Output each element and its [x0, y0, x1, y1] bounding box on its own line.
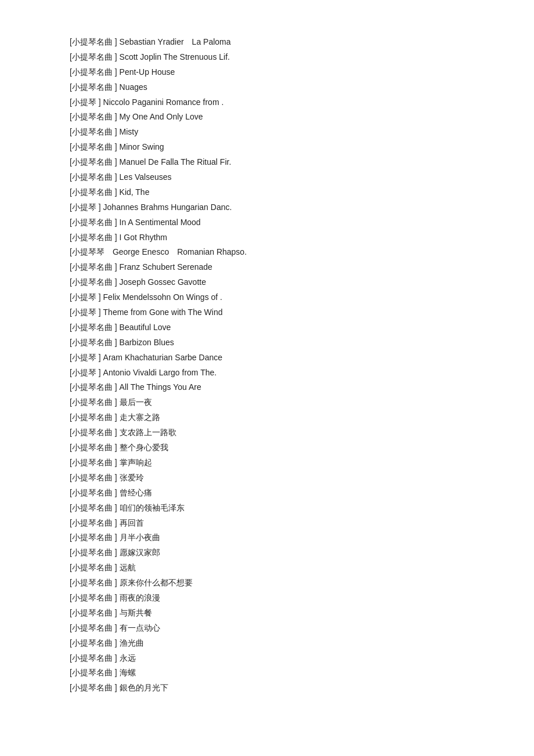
list-item[interactable]: [小提琴 ] Niccolo Paganini Romance from . — [70, 95, 464, 110]
list-item[interactable]: [小提琴名曲 ] Les Valseuses — [70, 170, 464, 185]
list-item[interactable]: [小提琴名曲 ] 远航 — [70, 560, 464, 576]
list-item[interactable]: [小提琴名曲 ] Kid, The — [70, 185, 464, 200]
list-item[interactable]: [小提琴名曲 ] 掌声响起 — [70, 455, 464, 471]
list-item[interactable]: [小提琴名曲 ] 张爱玲 — [70, 471, 464, 486]
list-item[interactable]: [小提琴名曲 ] 永远 — [70, 651, 464, 666]
list-item[interactable]: [小提琴 ] Johannes Brahms Hungarian Danc. — [70, 200, 464, 215]
list-item[interactable]: [小提琴名曲 ] 月半小夜曲 — [70, 530, 464, 545]
list-item[interactable]: [小提琴名曲 ] 愿嫁汉家郎 — [70, 545, 464, 560]
list-item[interactable]: [小提琴名曲 ] Joseph Gossec Gavotte — [70, 275, 464, 290]
list-item[interactable]: [小提琴名曲 ] 海螺 — [70, 665, 464, 681]
list-item[interactable]: [小提琴名曲 ] Scott Joplin The Strenuous Lif. — [70, 50, 464, 65]
list-item[interactable]: [小提琴名曲 ] My One And Only Love — [70, 110, 464, 125]
list-item[interactable]: [小提琴名曲 ] 再回首 — [70, 516, 464, 531]
list-item[interactable]: [小提琴名曲 ] 渔光曲 — [70, 636, 464, 651]
list-item[interactable]: [小提琴名曲 ] All The Things You Are — [70, 380, 464, 395]
list-item[interactable]: [小提琴名曲 ] Minor Swing — [70, 140, 464, 155]
list-item[interactable]: [小提琴名曲 ] 原来你什么都不想要 — [70, 576, 464, 591]
list-item[interactable]: [小提琴 ] Theme from Gone with The Wind — [70, 305, 464, 320]
list-item[interactable]: [小提琴 ] Antonio Vivaldi Largo from The. — [70, 366, 464, 381]
list-item[interactable]: [小提琴名曲 ] 有一点动心 — [70, 621, 464, 636]
list-item[interactable]: [小提琴名曲 ] Franz Schubert Serenade — [70, 260, 464, 275]
list-item[interactable]: [小提琴名曲 ] In A Sentimental Mood — [70, 215, 464, 230]
list-item[interactable]: [小提琴琴 George Enesco Romanian Rhapso. — [70, 245, 464, 260]
list-item[interactable]: [小提琴名曲 ] 与斯共餐 — [70, 606, 464, 621]
list-item[interactable]: [小提琴名曲 ] 走大寨之路 — [70, 410, 464, 425]
list-item[interactable]: [小提琴名曲 ] 支农路上一路歌 — [70, 425, 464, 440]
list-item[interactable]: [小提琴名曲 ] 整个身心爱我 — [70, 440, 464, 455]
main-list: [小提琴名曲 ] Sebastian Yradier La Paloma[小提琴… — [0, 0, 534, 730]
list-item[interactable]: [小提琴名曲 ] Nuages — [70, 80, 464, 95]
list-item[interactable]: [小提琴名曲 ] 雨夜的浪漫 — [70, 591, 464, 606]
list-item[interactable]: [小提琴 ] Felix Mendelssohn On Wings of . — [70, 290, 464, 305]
list-item[interactable]: [小提琴名曲 ] Misty — [70, 125, 464, 140]
list-item[interactable]: [小提琴名曲 ] 銀色的月光下 — [70, 681, 464, 696]
list-item[interactable]: [小提琴 ] Aram Khachaturian Sarbe Dance — [70, 350, 464, 366]
list-item[interactable]: [小提琴名曲 ] I Got Rhythm — [70, 230, 464, 245]
list-item[interactable]: [小提琴名曲 ] 曾经心痛 — [70, 486, 464, 501]
list-item[interactable]: [小提琴名曲 ] Manuel De Falla The Ritual Fir. — [70, 155, 464, 170]
list-item[interactable]: [小提琴名曲 ] 咱们的领袖毛泽东 — [70, 501, 464, 516]
list-item[interactable]: [小提琴名曲 ] Sebastian Yradier La Paloma — [70, 35, 464, 50]
list-item[interactable]: [小提琴名曲 ] Beautiful Love — [70, 320, 464, 335]
list-item[interactable]: [小提琴名曲 ] 最后一夜 — [70, 395, 464, 410]
list-item[interactable]: [小提琴名曲 ] Barbizon Blues — [70, 335, 464, 350]
list-item[interactable]: [小提琴名曲 ] Pent-Up House — [70, 65, 464, 80]
